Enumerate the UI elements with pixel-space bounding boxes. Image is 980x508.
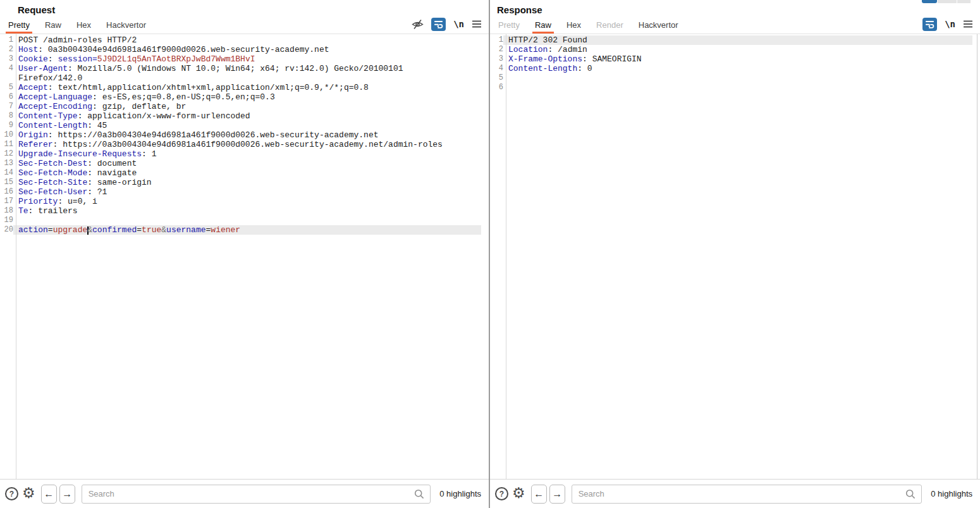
line-number: 9: [0, 121, 13, 130]
code-line[interactable]: 9Content-Length: 45: [0, 121, 489, 130]
line-number: 6: [490, 83, 503, 92]
clipped-button-active[interactable]: [922, 0, 937, 3]
code-line[interactable]: 10Origin: https://0a3b004304e94d6981a461…: [0, 130, 489, 140]
code-line[interactable]: 19: [0, 216, 489, 225]
line-content: Location: /admin: [503, 45, 972, 54]
line-number: 3: [0, 54, 13, 64]
code-line[interactable]: 15Sec-Fetch-Site: same-origin: [0, 178, 489, 187]
line-content: Sec-Fetch-User: ?1: [13, 187, 481, 197]
line-number: 7: [0, 102, 13, 111]
line-content: HTTP/2 302 Found: [503, 35, 972, 45]
code-line[interactable]: 18Te: trailers: [0, 206, 489, 216]
newline-toggle-icon[interactable]: \n: [453, 19, 464, 29]
clipped-button[interactable]: [938, 0, 957, 3]
line-number: 1: [490, 35, 503, 45]
line-number: 4: [0, 64, 13, 73]
highlights-count: 0 highlights: [931, 489, 972, 499]
line-number: 8: [0, 111, 13, 121]
line-number: 6: [0, 92, 13, 102]
help-icon[interactable]: ?: [495, 487, 508, 500]
search-input[interactable]: [572, 489, 906, 499]
tab-raw[interactable]: Raw: [532, 16, 554, 34]
line-number: 2: [490, 45, 503, 54]
search-next-button[interactable]: →: [549, 485, 565, 504]
line-content: Accept-Language: es-ES,es;q=0.8,en-US;q=…: [13, 92, 481, 102]
code-line[interactable]: 5: [490, 73, 980, 83]
request-title: Request: [0, 0, 489, 16]
code-line[interactable]: 7Accept-Encoding: gzip, deflate, br: [0, 102, 489, 111]
line-content: Referer: https://0a3b004304e94d6981a461f…: [13, 140, 481, 149]
editor-menu-icon[interactable]: [472, 20, 482, 28]
newline-toggle-icon[interactable]: \n: [945, 19, 955, 29]
code-line[interactable]: 6Accept-Language: es-ES,es;q=0.8,en-US;q…: [0, 92, 489, 102]
line-content: [503, 83, 972, 92]
code-line[interactable]: 1HTTP/2 302 Found: [490, 35, 980, 45]
request-toolbar: \n: [412, 16, 489, 34]
line-content: Origin: https://0a3b004304e94d6981a461f9…: [13, 130, 481, 140]
line-number: 17: [0, 197, 13, 206]
line-number: 5: [490, 73, 503, 83]
search-next-button[interactable]: →: [59, 485, 75, 504]
code-line[interactable]: 4User-Agent: Mozilla/5.0 (Windows NT 10.…: [0, 64, 489, 73]
editor-menu-icon[interactable]: [963, 20, 973, 28]
word-wrap-icon[interactable]: [431, 18, 446, 31]
code-line[interactable]: 1POST /admin-roles HTTP/2: [0, 35, 489, 45]
search-input[interactable]: [82, 489, 415, 499]
tab-hackvertor[interactable]: Hackvertor: [104, 16, 149, 34]
code-line[interactable]: 6: [490, 83, 980, 92]
line-content: Sec-Fetch-Dest: document: [13, 159, 481, 168]
help-icon[interactable]: ?: [5, 487, 18, 500]
highlights-count: 0 highlights: [439, 489, 481, 499]
line-number: 13: [0, 159, 13, 168]
tab-hex[interactable]: Hex: [564, 16, 584, 34]
code-line[interactable]: 3X-Frame-Options: SAMEORIGIN: [490, 54, 980, 64]
code-line[interactable]: 3Cookie: session=5J9D2L1q5AnTAotBRXpJwBd…: [0, 54, 489, 64]
tab-pretty[interactable]: Pretty: [6, 16, 32, 34]
code-line[interactable]: 20action=upgrade&confirmed=true&username…: [0, 225, 489, 235]
line-content: Accept: text/html,application/xhtml+xml,…: [13, 83, 481, 92]
code-line[interactable]: 4Content-Length: 0: [490, 64, 980, 73]
code-line[interactable]: 5Accept: text/html,application/xhtml+xml…: [0, 83, 489, 92]
response-toolbar: \n: [922, 16, 980, 34]
line-number: 14: [0, 168, 13, 178]
line-number: 16: [0, 187, 13, 197]
clipped-button[interactable]: [957, 0, 971, 3]
response-header: Response PrettyRawHexRenderHackvertor \n: [490, 0, 980, 34]
tab-hackvertor[interactable]: Hackvertor: [636, 16, 681, 34]
search-prev-button[interactable]: ←: [41, 485, 57, 504]
request-editor[interactable]: 1POST /admin-roles HTTP/22Host: 0a3b0043…: [0, 34, 489, 479]
line-content: Accept-Encoding: gzip, deflate, br: [13, 102, 481, 111]
response-tab-bar: PrettyRawHexRenderHackvertor \n: [490, 16, 980, 34]
code-line[interactable]: 17Priority: u=0, i: [0, 197, 489, 206]
line-content: Upgrade-Insecure-Requests: 1: [13, 149, 481, 159]
code-line[interactable]: 11Referer: https://0a3b004304e94d6981a46…: [0, 140, 489, 149]
line-content: [503, 73, 972, 83]
settings-gear-icon[interactable]: ⚙: [22, 486, 35, 500]
settings-gear-icon[interactable]: ⚙: [512, 486, 525, 500]
line-content: Firefox/142.0: [13, 73, 481, 83]
code-line[interactable]: 8Content-Type: application/x-www-form-ur…: [0, 111, 489, 121]
code-line[interactable]: Firefox/142.0: [0, 73, 489, 83]
code-line[interactable]: 14Sec-Fetch-Mode: navigate: [0, 168, 489, 178]
code-line[interactable]: 12Upgrade-Insecure-Requests: 1: [0, 149, 489, 159]
search-prev-button[interactable]: ←: [531, 485, 547, 504]
request-panel: Request PrettyRawHexHackvertor: [0, 0, 489, 508]
code-line[interactable]: 16Sec-Fetch-User: ?1: [0, 187, 489, 197]
code-line[interactable]: 13Sec-Fetch-Dest: document: [0, 159, 489, 168]
request-search-bar: ? ⚙ ← → 0 highlights: [0, 479, 489, 508]
line-number: 5: [0, 83, 13, 92]
line-number: 12: [0, 149, 13, 159]
top-right-clipped-control[interactable]: [922, 0, 971, 3]
line-number: 2: [0, 45, 13, 54]
word-wrap-icon[interactable]: [922, 18, 937, 31]
tab-hex[interactable]: Hex: [74, 16, 94, 34]
code-line[interactable]: 2Location: /admin: [490, 45, 980, 54]
hide-non-printable-icon[interactable]: [412, 19, 424, 30]
line-content: Content-Type: application/x-www-form-url…: [13, 111, 481, 121]
code-line[interactable]: 2Host: 0a3b004304e94d6981a461f9000d0026.…: [0, 45, 489, 54]
line-content: User-Agent: Mozilla/5.0 (Windows NT 10.0…: [13, 64, 481, 73]
tab-raw[interactable]: Raw: [42, 16, 64, 34]
response-editor[interactable]: 1HTTP/2 302 Found2Location: /admin3X-Fra…: [490, 34, 980, 479]
request-search-field: [82, 485, 431, 504]
search-icon: [905, 489, 916, 499]
